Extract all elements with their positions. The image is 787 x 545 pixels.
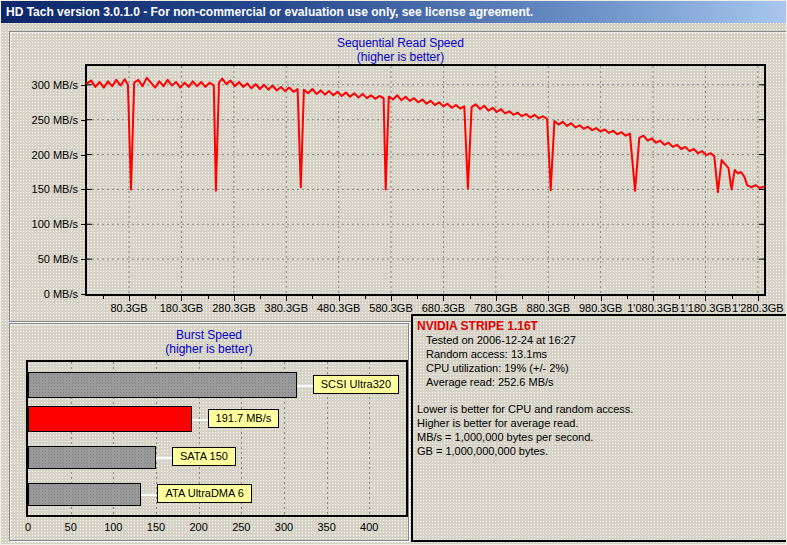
burst-speed-panel: Burst Speed (higher is better) SCSI Ultr…	[9, 323, 409, 541]
info-gap	[417, 389, 785, 402]
seq-x-tick	[391, 296, 392, 301]
burst-x-tick-label: 150	[136, 521, 176, 533]
burst-chart-subtitle: (higher is better)	[10, 342, 408, 356]
burst-reference-bar	[28, 446, 156, 469]
seq-y-tick-label: 100 MB/s	[10, 218, 78, 230]
seq-y-tick	[81, 294, 85, 295]
burst-reference-bar	[28, 483, 141, 506]
bar-label: SATA 150	[172, 447, 236, 466]
seq-x-tick	[103, 296, 104, 299]
seq-x-tick	[522, 296, 523, 299]
drive-stat-line: Tested on 2006-12-24 at 16:27	[417, 333, 785, 347]
seq-x-tick	[627, 296, 628, 299]
seq-x-tick	[574, 296, 575, 299]
burst-result-bar	[28, 406, 192, 432]
burst-x-tick-label: 0	[8, 521, 48, 533]
seq-x-tick	[208, 296, 209, 299]
seq-x-tick	[286, 296, 287, 301]
callout-connector	[141, 494, 157, 496]
info-notes: Lower is better for CPU and random acces…	[417, 402, 785, 458]
seq-line-chart	[87, 66, 764, 294]
info-note-line: MB/s = 1,000,000 bytes per second.	[417, 430, 785, 444]
hdtach-window: HD Tach version 3.0.1.0 - For non-commer…	[0, 0, 787, 545]
seq-x-tick	[260, 296, 261, 299]
seq-y-tick-label: 300 MB/s	[10, 79, 78, 91]
seq-x-tick	[653, 296, 654, 301]
seq-x-tick	[601, 296, 602, 301]
seq-x-tick	[548, 296, 549, 301]
drive-stats: Tested on 2006-12-24 at 16:27Random acce…	[417, 333, 785, 389]
burst-x-tick-label: 400	[349, 521, 389, 533]
callout-connector	[156, 457, 172, 459]
drive-stat-line: Average read: 252.6 MB/s	[417, 375, 785, 389]
burst-x-tick-label: 350	[307, 521, 347, 533]
seq-y-tick	[81, 224, 85, 225]
seq-x-tick	[443, 296, 444, 301]
seq-x-tick	[234, 296, 235, 301]
seq-y-tick	[81, 259, 85, 260]
drive-stat-line: Random access: 13.1ms	[417, 347, 785, 361]
seq-x-tick	[181, 296, 182, 301]
seq-x-tick	[129, 296, 130, 301]
seq-x-tick-label: 1'280.3GB	[726, 302, 787, 314]
seq-x-tick	[758, 296, 759, 301]
burst-x-tick-label: 200	[179, 521, 219, 533]
seq-x-tick	[732, 296, 733, 299]
drive-info-panel: NVIDIA STRIPE 1.16T Tested on 2006-12-24…	[411, 314, 787, 542]
seq-x-tick	[365, 296, 366, 299]
seq-chart-title: Sequential Read Speed	[10, 36, 787, 50]
seq-x-tick	[679, 296, 680, 299]
seq-chart-subtitle: (higher is better)	[10, 50, 787, 64]
bar-label: SCSI Ultra320	[313, 375, 399, 394]
seq-y-tick-label: 0 MB/s	[10, 288, 78, 300]
burst-x-tick-label: 50	[51, 521, 91, 533]
seq-x-tick	[470, 296, 471, 299]
seq-x-tick	[496, 296, 497, 301]
burst-chart-title: Burst Speed	[10, 328, 408, 342]
burst-x-tick-label: 300	[264, 521, 304, 533]
sequential-read-panel: Sequential Read Speed (higher is better)…	[9, 31, 787, 322]
seq-y-tick	[81, 120, 85, 121]
info-note-line: Lower is better for CPU and random acces…	[417, 402, 785, 416]
burst-x-tick-label: 100	[93, 521, 133, 533]
bar-label: ATA UltraDMA 6	[157, 484, 251, 503]
seq-y-tick	[81, 85, 85, 86]
seq-x-tick	[339, 296, 340, 301]
callout-connector	[297, 385, 313, 387]
seq-y-tick-label: 200 MB/s	[10, 149, 78, 161]
seq-plot-area	[85, 64, 766, 296]
callout-connector	[192, 419, 208, 421]
seq-y-tick	[81, 189, 85, 190]
drive-name: NVIDIA STRIPE 1.16T	[417, 319, 785, 333]
seq-x-tick	[312, 296, 313, 299]
seq-x-tick	[705, 296, 706, 301]
info-note-line: GB = 1,000,000,000 bytes.	[417, 444, 785, 458]
titlebar[interactable]: HD Tach version 3.0.1.0 - For non-commer…	[1, 1, 787, 23]
burst-x-tick-label: 250	[221, 521, 261, 533]
seq-y-tick-label: 50 MB/s	[10, 253, 78, 265]
seq-y-tick	[81, 155, 85, 156]
burst-reference-bar	[28, 372, 297, 398]
seq-x-tick	[155, 296, 156, 299]
seq-y-tick-label: 250 MB/s	[10, 114, 78, 126]
drive-stat-line: CPU utilization: 19% (+/- 2%)	[417, 361, 785, 375]
burst-plot-area: SCSI Ultra320191.7 MB/sSATA 150ATA Ultra…	[26, 360, 408, 517]
seq-y-tick-label: 150 MB/s	[10, 183, 78, 195]
bar-label: 191.7 MB/s	[208, 409, 280, 428]
info-note-line: Higher is better for average read.	[417, 416, 785, 430]
window-title: HD Tach version 3.0.1.0 - For non-commer…	[6, 5, 533, 19]
seq-x-tick	[417, 296, 418, 299]
